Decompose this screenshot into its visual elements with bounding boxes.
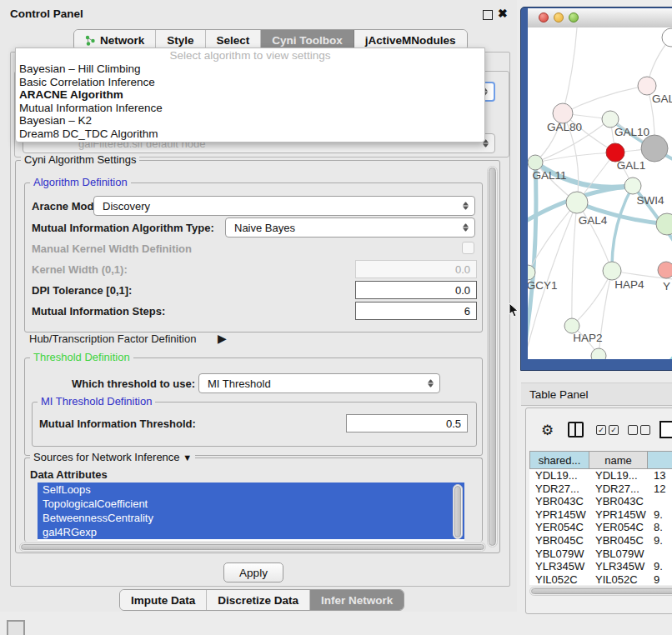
- tab-discretize-data[interactable]: Discretize Data: [207, 590, 310, 610]
- attributes-scrollbar[interactable]: [453, 484, 463, 539]
- mi-steps-value: 6: [464, 305, 470, 318]
- table-cell: YIL052C: [589, 573, 648, 585]
- collapse-down-icon[interactable]: ▼: [183, 452, 192, 462]
- network-edge[interactable]: [563, 28, 578, 113]
- table-row[interactable]: YER054CYER054C8.: [529, 521, 672, 534]
- mi-steps-field[interactable]: 6: [355, 302, 477, 320]
- table-row[interactable]: YLR345WYLR345W9.: [529, 560, 672, 573]
- network-node-gal10[interactable]: [602, 111, 619, 128]
- network-node[interactable]: [662, 28, 672, 47]
- close-traffic-light[interactable]: [539, 12, 549, 22]
- network-node[interactable]: [591, 348, 606, 359]
- which-threshold-combobox[interactable]: MI Threshold: [198, 373, 440, 393]
- algorithm-option[interactable]: ARACNE Algorithm: [16, 88, 484, 102]
- mi-type-combobox[interactable]: Naive Bayes: [225, 218, 475, 238]
- node-label: HAP4: [614, 278, 644, 291]
- which-threshold-value: MI Threshold: [208, 378, 271, 390]
- node-label: SWI4: [636, 194, 664, 207]
- control-panel-titlebar[interactable]: Control Panel ✖: [0, 3, 517, 25]
- attribute-item[interactable]: BetweennessCentrality: [38, 511, 464, 525]
- table-cell: YER054C: [529, 521, 589, 534]
- table-cell: YIL052C: [529, 573, 589, 585]
- node-label: GAL1: [617, 159, 646, 172]
- network-node-y[interactable]: [658, 262, 672, 278]
- manual-kernel-label: Manual Kernel Width Definition: [32, 242, 192, 255]
- algorithm-option[interactable]: Bayesian – K2: [16, 114, 484, 128]
- algorithm-option[interactable]: Mutual Information Inference: [16, 102, 484, 115]
- algorithm-option[interactable]: Bayesian – Hill Climbing: [16, 62, 484, 76]
- column-header[interactable]: [648, 451, 672, 469]
- float-window-icon[interactable]: [483, 10, 493, 20]
- network-edge[interactable]: [653, 336, 672, 359]
- mi-type-label: Mutual Information Algorithm Type:: [32, 222, 214, 234]
- expand-right-icon[interactable]: ▶: [218, 332, 227, 345]
- algorithm-option[interactable]: Basic Correlation Inference: [16, 76, 484, 89]
- table-row[interactable]: YDR27...YDR27...12: [529, 482, 672, 496]
- table-row[interactable]: YIL052CYIL052C9: [529, 573, 672, 585]
- node-label: Y: [663, 280, 670, 292]
- settings-vertical-scrollbar[interactable]: [487, 166, 498, 548]
- split-columns-icon[interactable]: [568, 422, 584, 438]
- network-edge[interactable]: [612, 186, 633, 271]
- network-node-gal11[interactable]: [528, 155, 543, 170]
- network-edge[interactable]: [563, 86, 647, 113]
- node-label: GAL10: [614, 126, 649, 138]
- dpi-tolerance-field[interactable]: 0.0: [355, 281, 477, 299]
- algorithm-dropdown-list: Bayesian – Hill ClimbingBasic Correlatio…: [16, 62, 484, 141]
- node-label: GAL80: [547, 121, 582, 133]
- settings-horizontal-scrollbar[interactable]: [19, 542, 486, 552]
- column-header[interactable]: name: [589, 451, 648, 469]
- attribute-item[interactable]: TopologicalCoefficient: [38, 497, 464, 511]
- kernel-width-field[interactable]: 0.0: [355, 260, 477, 278]
- network-icon: [85, 35, 96, 46]
- network-node[interactable]: [641, 135, 668, 162]
- tab-label: Cyni Toolbox: [272, 34, 343, 47]
- data-attributes-list[interactable]: SelfLoopsTopologicalCoefficientBetweenne…: [38, 482, 464, 541]
- table-cell: YBR043C: [589, 495, 648, 508]
- close-icon[interactable]: ✖: [498, 7, 508, 20]
- table-row[interactable]: YBR045CYBR045C9.: [529, 534, 672, 548]
- zoom-traffic-light[interactable]: [569, 12, 579, 22]
- table-row[interactable]: YPR145WYPR145W9.: [529, 508, 672, 522]
- table-cell: YDL19...: [529, 469, 589, 482]
- attribute-item[interactable]: SelfLoops: [38, 482, 464, 497]
- algorithm-option[interactable]: Dream8 DC_TDC Algorithm: [16, 128, 484, 141]
- table-row[interactable]: YDL19...YDL19...13: [529, 469, 672, 482]
- mi-threshold-label: Mutual Information Threshold:: [39, 418, 196, 430]
- attribute-item[interactable]: gal4RGexp: [38, 525, 464, 539]
- mi-threshold-field[interactable]: 0.5: [346, 414, 468, 432]
- minimize-traffic-light[interactable]: [554, 12, 564, 22]
- table-horizontal-scrollbar[interactable]: [529, 587, 672, 596]
- table-cell: 9.: [648, 560, 672, 573]
- table-cell: YBR043C: [529, 495, 589, 508]
- network-window-titlebar[interactable]: [528, 8, 672, 28]
- application-root: Control Panel ✖ NetworkStyleSelectCyni T…: [0, 0, 672, 635]
- manual-kernel-checkbox[interactable]: [462, 242, 474, 254]
- network-graph[interactable]: GALGAL80GAL10GAL1GAL11SWI4GAL4GCY1HAP4YH…: [528, 28, 672, 359]
- deselect-all-columns-icon[interactable]: [628, 425, 650, 435]
- new-table-icon[interactable]: [659, 421, 672, 438]
- table-cell: YER054C: [589, 521, 648, 534]
- network-node-gal4[interactable]: [566, 192, 588, 213]
- network-node-hap4[interactable]: [603, 262, 621, 280]
- table-panel-header[interactable]: Table Panel: [521, 382, 672, 406]
- apply-button[interactable]: Apply: [223, 562, 283, 582]
- tab-label: Style: [167, 34, 193, 47]
- node-label: GAL: [652, 92, 672, 105]
- network-edge[interactable]: [572, 202, 577, 326]
- network-canvas[interactable]: GALGAL80GAL10GAL1GAL11SWI4GAL4GCY1HAP4YH…: [528, 28, 672, 359]
- aracne-mode-combobox[interactable]: Discovery: [93, 196, 475, 216]
- cyni-algorithm-settings-group: Cyni Algorithm Settings Algorithm Defini…: [15, 160, 500, 553]
- table-column-headers[interactable]: shared...name: [529, 451, 672, 469]
- algorithm-definition-title: Algorithm Definition: [30, 176, 131, 189]
- table-row[interactable]: YBR043CYBR043C: [529, 495, 672, 508]
- dpi-tolerance-value: 0.0: [455, 284, 470, 297]
- tab-infer-network[interactable]: Infer Network: [310, 590, 404, 610]
- tab-impute-data[interactable]: Impute Data: [120, 590, 207, 610]
- select-all-columns-icon[interactable]: ✓✓: [596, 425, 619, 435]
- column-header[interactable]: shared...: [529, 451, 589, 469]
- collapsed-panel-icon[interactable]: [7, 620, 25, 635]
- network-node-swi4[interactable]: [624, 178, 641, 194]
- table-row[interactable]: YBL079WYBL079W: [529, 548, 672, 561]
- gear-icon[interactable]: ⚙: [541, 422, 554, 439]
